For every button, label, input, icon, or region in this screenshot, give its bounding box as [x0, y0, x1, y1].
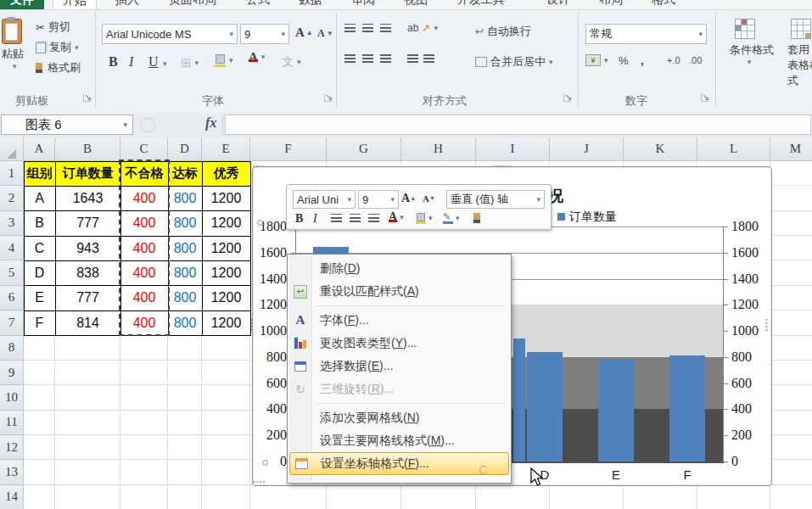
insert-function-button[interactable]: fx	[205, 115, 216, 131]
copy-button[interactable]: 复制 ▾	[36, 40, 79, 55]
tab-页面布局[interactable]: 页面布局	[158, 0, 227, 9]
table-cell[interactable]: 400	[120, 310, 169, 336]
table-cell[interactable]: 400	[120, 260, 169, 286]
axis-selection-handle-bottom[interactable]	[262, 460, 268, 466]
tab-设计[interactable]: 设计	[536, 0, 580, 9]
font-color-button[interactable]: A ▾	[249, 53, 265, 61]
comma-style-button[interactable]: ,	[641, 54, 644, 67]
column-header-F[interactable]: F	[250, 137, 327, 161]
cut-button[interactable]: ✂ 剪切	[36, 20, 70, 35]
mini-font-name-combo[interactable]: Arial Uni▾	[293, 190, 356, 209]
horizontal-align-buttons[interactable]	[344, 54, 391, 63]
italic-button[interactable]: I	[129, 54, 133, 70]
underline-dropdown-arrow[interactable]: ▾	[163, 59, 167, 68]
tab-审阅[interactable]: 审阅	[341, 0, 385, 9]
table-cell[interactable]: 1200	[202, 260, 251, 286]
table-cell[interactable]: 400	[120, 210, 169, 236]
copy-dropdown-arrow[interactable]: ▾	[75, 43, 79, 52]
row-header-7[interactable]: 7	[0, 310, 24, 335]
tab-文件[interactable]: 文件	[0, 0, 44, 9]
fill-color-button[interactable]: ▾	[214, 54, 233, 66]
table-cell[interactable]: 400	[120, 285, 169, 310]
clipboard-dialog-launcher[interactable]: ↘	[83, 93, 92, 102]
mini-align-left-button[interactable]	[331, 214, 342, 222]
table-cell[interactable]: 800	[168, 236, 203, 261]
table-cell[interactable]: 1200	[202, 210, 251, 236]
menu-item-选择数据[interactable]: 选择数据(E)...	[289, 355, 509, 378]
menu-item-添加次要网格线[interactable]: 添加次要网格线(N)	[289, 406, 509, 429]
orientation-button[interactable]: ab↗▾	[407, 22, 438, 34]
column-header-H[interactable]: H	[401, 137, 476, 161]
decrease-decimal-button[interactable]: .00	[689, 55, 702, 65]
merge-center-button[interactable]: 合并后居中 ▾	[475, 54, 553, 70]
font-name-combo[interactable]: Arial Unicode MS▾	[102, 24, 238, 44]
chart-grip-bottom-left[interactable]: ••••	[253, 480, 272, 484]
table-cell[interactable]: 1200	[202, 186, 251, 211]
row-header-11[interactable]: 11	[0, 411, 24, 435]
column-header-D[interactable]: D	[168, 137, 202, 161]
table-cell[interactable]: F	[24, 310, 56, 336]
column-header-M[interactable]: M	[770, 137, 812, 161]
column-header-C[interactable]: C	[120, 137, 168, 161]
row-header-5[interactable]: 5	[0, 260, 24, 285]
number-dialog-launcher[interactable]: ↘	[701, 93, 709, 102]
format-painter-button[interactable]: 格式刷	[34, 60, 81, 76]
table-cell[interactable]: 777	[55, 285, 121, 310]
row-header-12[interactable]: 12	[0, 435, 24, 460]
table-cell[interactable]: 1643	[55, 186, 121, 211]
column-header-A[interactable]: A	[24, 137, 55, 161]
column-header-L[interactable]: L	[697, 137, 770, 161]
table-cell[interactable]: 800	[168, 310, 203, 336]
menu-item-更改图表类型[interactable]: 更改图表类型(Y)...	[289, 332, 509, 355]
legend-entry-label[interactable]: 订单数量	[569, 210, 617, 225]
mini-bold-button[interactable]: B	[295, 212, 303, 226]
table-cell[interactable]: E	[24, 285, 56, 310]
table-cell[interactable]: C	[24, 236, 56, 261]
menu-item-重设以匹配样式[interactable]: ↩重设以匹配样式(A)	[289, 280, 509, 303]
row-header-13[interactable]: 13	[0, 460, 24, 484]
table-cell[interactable]: 800	[168, 260, 203, 286]
tab-公式[interactable]: 公式	[236, 0, 280, 9]
font-dialog-launcher[interactable]: ↘	[324, 93, 333, 102]
tab-插入[interactable]: 插入	[105, 0, 149, 9]
column-header-I[interactable]: I	[476, 137, 550, 161]
paste-button[interactable]: 粘贴 ▾	[2, 19, 27, 70]
percent-style-button[interactable]: %	[619, 54, 629, 67]
format-as-table-button[interactable]: 套用 表格格式	[787, 19, 812, 88]
row-header-10[interactable]: 10	[0, 385, 24, 410]
menu-item-设置坐标轴格式[interactable]: 设置坐标轴格式(F)...	[289, 452, 509, 475]
bar-F[interactable]	[669, 355, 705, 461]
table-cell[interactable]: 838	[55, 260, 121, 286]
chart-element-combo[interactable]: 垂直 (值) 轴▾	[446, 190, 545, 209]
table-cell[interactable]: 777	[55, 210, 121, 236]
menu-item-删除[interactable]: 删除(D)	[289, 257, 509, 280]
merge-center-dropdown-arrow[interactable]: ▾	[549, 58, 553, 66]
grow-font-button[interactable]: A▲	[295, 25, 313, 40]
indent-buttons[interactable]	[407, 54, 434, 63]
table-cell[interactable]: B	[24, 210, 56, 236]
borders-icon[interactable]: ⊞▾	[181, 55, 199, 70]
row-header-8[interactable]: 8	[0, 336, 24, 361]
conditional-formatting-dropdown-arrow[interactable]: ▾	[730, 58, 769, 66]
row-header-6[interactable]: 6	[0, 286, 24, 310]
bold-button[interactable]: B	[109, 54, 118, 70]
row-header-4[interactable]: 4	[0, 236, 24, 260]
mini-shrink-font-button[interactable]: A▼	[423, 193, 435, 204]
table-cell[interactable]: 800	[168, 285, 203, 310]
shrink-font-button[interactable]: A▼	[317, 27, 333, 40]
row-header-1[interactable]: 1	[0, 161, 24, 186]
underline-button[interactable]: U	[148, 54, 159, 70]
column-header-K[interactable]: K	[624, 137, 697, 161]
mini-outline-color-button[interactable]: ✎▾	[443, 213, 460, 223]
menu-item-字体[interactable]: A字体(F)...	[289, 309, 509, 332]
row-header-14[interactable]: 14	[0, 485, 24, 509]
tab-开始[interactable]: 开始	[53, 0, 97, 9]
mini-format-painter-button[interactable]	[472, 213, 482, 223]
row-header-3[interactable]: 3	[0, 211, 24, 236]
alignment-dialog-launcher[interactable]: ↘	[563, 93, 572, 102]
select-all-corner[interactable]	[0, 137, 24, 161]
mini-grow-font-button[interactable]: A▲	[401, 192, 416, 205]
mini-align-right-button[interactable]	[368, 214, 379, 222]
bar-D[interactable]	[527, 352, 563, 461]
bar-E[interactable]	[598, 360, 634, 461]
